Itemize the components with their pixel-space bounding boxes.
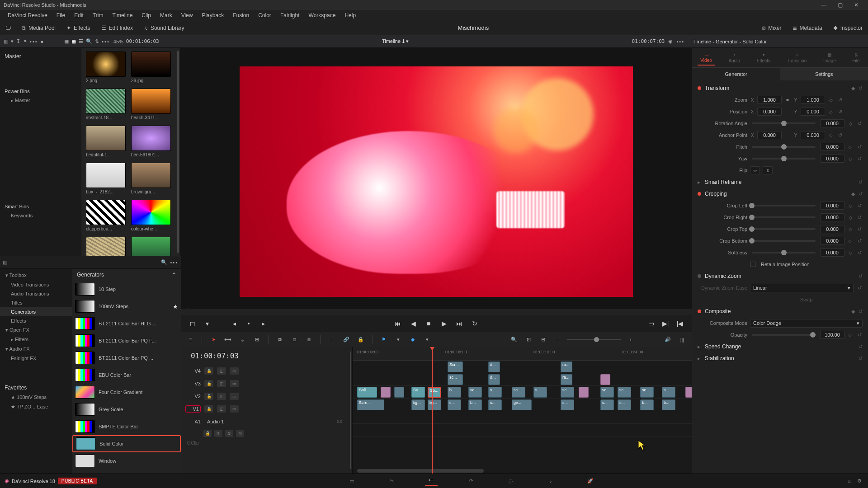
timeline-track[interactable]: Soli...So...So...b...sc...s...sc...s...s… — [353, 386, 692, 399]
timeline-clip[interactable]: lig... — [428, 399, 441, 410]
opacity-input[interactable]: 100.00 — [820, 331, 844, 339]
media-pool-button[interactable]: ⧉Media Pool — [16, 23, 61, 33]
menu-clip[interactable]: Clip — [137, 11, 155, 20]
chevron-down-icon[interactable]: ▾ — [422, 335, 432, 345]
crop-right-input[interactable]: 0.000 — [820, 213, 844, 221]
sort-icon[interactable]: ⇅ — [95, 38, 99, 44]
pos-x-input[interactable]: 0.000 — [757, 108, 782, 116]
timeline-clip[interactable]: s... — [600, 399, 614, 410]
timeline-clip[interactable]: Scre... — [357, 399, 384, 410]
timeline-clip[interactable]: d... — [488, 374, 500, 385]
crop-right-slider[interactable] — [752, 216, 816, 218]
timeline-clip[interactable]: sc... — [561, 387, 574, 398]
menu-trim[interactable]: Trim — [89, 11, 108, 20]
import-icon[interactable]: ↧ — [16, 38, 20, 44]
mixer-button[interactable]: ⎚Mixer — [757, 23, 787, 33]
mute-button[interactable]: M — [236, 430, 244, 437]
loop-button[interactable]: ↻ — [469, 318, 480, 329]
keyframe-icon[interactable]: ◇ — [847, 156, 854, 161]
timeline-clip[interactable] — [579, 387, 589, 398]
track-v1-label[interactable]: V1 — [185, 405, 201, 413]
inspector-subtab-generator[interactable]: Generator — [692, 68, 780, 80]
fxtree-effects[interactable]: Effects — [0, 316, 72, 325]
softness-input[interactable]: 0.000 — [820, 249, 844, 257]
zoom-out-detail-icon[interactable]: 🔍 — [509, 335, 519, 345]
more-media-icon[interactable]: ••• — [102, 39, 110, 44]
link-clips-icon[interactable]: 🔗 — [341, 335, 351, 345]
timeline-track[interactable]: Scr...d...ra... — [353, 361, 692, 373]
media-clip[interactable]: dog-18014... — [130, 237, 172, 256]
timeline-clip[interactable]: s... — [488, 399, 502, 410]
viewer-zoom[interactable]: 45% — [113, 39, 123, 44]
sound-library-button[interactable]: ♫Sound Library — [138, 23, 190, 33]
selection-tool-icon[interactable]: ➤ — [208, 335, 218, 345]
menu-timeline[interactable]: Timeline — [108, 11, 137, 20]
lock-icon[interactable]: 🔒 — [356, 335, 366, 345]
append-icon[interactable]: ⧉ — [275, 335, 285, 345]
inspector-subtab-settings[interactable]: Settings — [780, 68, 868, 80]
timeline-clip[interactable]: s... — [448, 399, 461, 410]
timeline-dropdown[interactable]: Timeline 1 ▾ — [382, 38, 409, 44]
generator-item[interactable]: Grey Scale — [72, 401, 181, 418]
media-pool-grid[interactable]: 2.png36.jpgabstract-18...beach-3471...be… — [81, 48, 180, 256]
inspector-tab-effects[interactable]: ✦Effects — [754, 51, 773, 65]
reset-icon[interactable]: ↺ — [837, 132, 843, 138]
keyframe-icon[interactable]: ◇ — [847, 227, 854, 232]
master-bin[interactable]: Master — [0, 51, 81, 62]
thumb-view-icon[interactable]: ▦ — [71, 38, 76, 44]
menu-view[interactable]: View — [177, 11, 197, 20]
reset-icon[interactable]: ↺ — [856, 121, 863, 127]
go-first-button[interactable]: ⏮ — [392, 318, 403, 329]
menu-edit[interactable]: Edit — [70, 11, 88, 20]
media-clip[interactable]: desert-471... — [85, 237, 127, 256]
timeline-clip[interactable] — [685, 387, 692, 398]
step-back-button[interactable]: ◀ — [408, 318, 419, 329]
crop-left-input[interactable]: 0.000 — [820, 202, 844, 210]
track-v2-label[interactable]: V2 — [185, 394, 201, 399]
list-view-icon[interactable]: ☰ — [79, 38, 83, 44]
more-viewer-icon[interactable]: ••• — [676, 39, 684, 44]
menu-playback[interactable]: Playback — [198, 11, 228, 20]
inspector-tab-image[interactable]: ▦Image — [821, 51, 839, 65]
generator-item[interactable]: BT.2111 Color Bar HLG ... — [72, 315, 181, 332]
keyframe-icon[interactable]: ◆ — [851, 309, 855, 314]
menu-help[interactable]: Help — [340, 11, 360, 20]
generator-item[interactable]: 100mV Steps★ — [72, 298, 181, 315]
chevron-down-icon[interactable]: ▾ — [11, 38, 14, 44]
keyframe-icon[interactable]: ◇ — [847, 121, 854, 126]
disable-icon[interactable]: ▭ — [230, 405, 239, 413]
keyframe-icon[interactable]: ◇ — [847, 239, 854, 244]
pitch-input[interactable]: 0.000 — [820, 143, 844, 151]
fxtree-openfx[interactable]: ▾ Open FX — [0, 325, 72, 335]
media-clip[interactable]: bee-561801... — [130, 126, 172, 161]
bypass-icon[interactable]: ◉ — [668, 38, 673, 44]
media-clip[interactable]: colour-whe... — [130, 200, 172, 235]
inspector-button[interactable]: ✱Inspector — [828, 23, 868, 33]
generator-item[interactable]: Window — [72, 452, 181, 469]
opacity-slider[interactable] — [752, 334, 816, 336]
reset-icon[interactable]: ↺ — [856, 285, 863, 291]
smart-bin-keywords[interactable]: Keywords — [0, 211, 81, 220]
maximize-button[interactable]: ▢ — [832, 2, 848, 8]
media-clip[interactable]: 2.png — [85, 52, 127, 87]
trim-tool-icon[interactable]: ⟷ — [223, 335, 233, 345]
reset-icon[interactable]: ↺ — [856, 250, 863, 256]
timeline-clip[interactable]: Scr... — [448, 361, 463, 372]
fxtree-titles[interactable]: Titles — [0, 298, 72, 307]
timeline-clip[interactable]: b... — [662, 399, 675, 410]
edit-index-button[interactable]: ☰Edit Index — [96, 23, 138, 33]
media-clip[interactable]: 36.jpg — [130, 52, 172, 87]
snap-icon[interactable]: ⟊ — [327, 335, 337, 345]
timeline-track[interactable]: Scre...lig...lig...s...b...s...gir...s..… — [353, 399, 692, 411]
timeline-clip[interactable]: sc... — [512, 387, 525, 398]
track-v3-label[interactable]: V3 — [185, 381, 201, 386]
fxtree-filters[interactable]: ▸ Filters — [0, 335, 72, 344]
swap-button[interactable]: Swap — [750, 297, 863, 302]
section-smart-reframe[interactable]: Smart Reframe — [705, 179, 855, 185]
marker-icon[interactable]: ◆ — [408, 335, 418, 345]
softness-slider[interactable] — [752, 252, 816, 253]
reset-icon[interactable]: ↺ — [856, 238, 863, 244]
media-clip[interactable]: beach-3471... — [130, 89, 172, 124]
crop-left-slider[interactable] — [752, 205, 816, 206]
timeline-clip[interactable]: b... — [640, 399, 654, 410]
